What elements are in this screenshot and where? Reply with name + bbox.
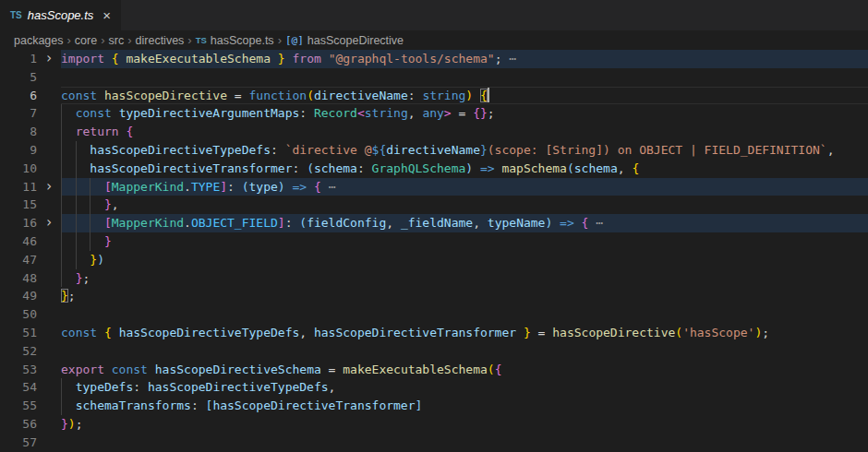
code-line[interactable]: 51const { hasScopeDirectiveTypeDefs, has… xyxy=(0,324,868,342)
indent-guide xyxy=(76,178,77,196)
fold-chevron-icon[interactable]: › xyxy=(37,50,61,68)
code-line[interactable]: 7 const typeDirectiveArgumentMaps: Recor… xyxy=(0,104,868,123)
code-line[interactable]: 56}); xyxy=(0,415,868,434)
line-number: 48 xyxy=(0,269,37,288)
tab-hasscope[interactable]: TS hasScope.ts × xyxy=(0,0,121,30)
breadcrumb-item-core[interactable]: core xyxy=(75,34,97,47)
close-tab-icon[interactable]: × xyxy=(102,8,111,22)
code-token: : xyxy=(357,161,372,175)
code-line[interactable]: 16› [MapperKind.OBJECT_FIELD]: (fieldCon… xyxy=(0,214,868,232)
code-line[interactable]: 50 xyxy=(0,305,868,324)
gutter-spacer xyxy=(37,361,61,379)
code-token: { xyxy=(314,180,321,194)
code-token: [ xyxy=(104,180,112,194)
code-line[interactable]: 46 } xyxy=(0,232,868,251)
indent-guide xyxy=(61,378,62,397)
code-token: , xyxy=(827,143,835,157)
indent-guide xyxy=(61,141,62,160)
code-token: typeDefs xyxy=(76,380,134,394)
code-token: { xyxy=(495,363,502,376)
breadcrumb-item-hasscopedirective[interactable]: [@]hasScopeDirective xyxy=(285,34,404,47)
code-token: import xyxy=(61,52,112,65)
code-line[interactable]: 54 typeDefs: hasScopeDirectiveTypeDefs, xyxy=(0,378,868,397)
line-number: 57 xyxy=(0,434,37,452)
code-line-content: export const hasScopeDirectiveSchema = m… xyxy=(61,361,868,379)
indent-guide xyxy=(61,397,62,415)
line-number: 51 xyxy=(0,324,37,342)
code-token: ( xyxy=(299,216,307,230)
code-token: ) xyxy=(465,161,473,175)
breadcrumb-label: hasScopeDirective xyxy=(307,34,404,47)
code-token: : xyxy=(285,216,300,230)
code-line[interactable]: 8 return { xyxy=(0,123,868,141)
code-token: } xyxy=(61,417,68,431)
line-number: 55 xyxy=(0,397,37,415)
gutter-spacer xyxy=(37,104,61,123)
code-line[interactable]: 48 }; xyxy=(0,269,868,288)
code-line[interactable]: 6const hasScopeDirective = function(dire… xyxy=(0,87,868,105)
code-line[interactable]: 55 schemaTransforms: [hasScopeDirectiveT… xyxy=(0,397,868,415)
code-line-content: const typeDirectiveArgumentMaps: Record<… xyxy=(61,104,868,123)
code-token: ; xyxy=(68,289,76,303)
code-token: } xyxy=(480,143,488,157)
code-token: => xyxy=(473,161,501,175)
code-line[interactable]: 57 xyxy=(0,434,868,452)
code-token: ; xyxy=(488,106,495,120)
code-token: makeExecutableSchema xyxy=(126,52,271,65)
indent-guide xyxy=(76,196,77,214)
breadcrumb-separator-icon: › xyxy=(127,33,131,47)
code-line[interactable]: 1›import { makeExecutableSchema } from "… xyxy=(0,50,868,68)
code-token: hasScopeDirectiveTypeDefs xyxy=(119,326,300,339)
indent-guide xyxy=(90,196,90,214)
line-gutter: 50 xyxy=(0,305,61,324)
code-line[interactable]: 49}; xyxy=(0,287,868,305)
code-token: } xyxy=(61,289,68,303)
code-line[interactable]: 9 hasScopeDirectiveTypeDefs: `directive … xyxy=(0,141,868,160)
editor-lines: 1›import { makeExecutableSchema } from "… xyxy=(0,50,868,452)
breadcrumb-item-src[interactable]: src xyxy=(109,34,125,47)
code-token: const xyxy=(61,89,104,102)
code-line-content: } xyxy=(61,232,868,251)
code-token: directiveName xyxy=(314,89,408,102)
code-line[interactable]: 11› [MapperKind.TYPE]: (type) => { ⋯ xyxy=(0,178,868,196)
code-line[interactable]: 15 }, xyxy=(0,196,868,214)
breadcrumb-item-packages[interactable]: packages xyxy=(14,34,64,47)
code-token: , xyxy=(408,106,423,120)
code-token: : xyxy=(271,143,285,157)
code-line[interactable]: 10 hasScopeDirectiveTransformer: (schema… xyxy=(0,160,868,178)
breadcrumb-label: packages xyxy=(14,34,64,47)
fold-chevron-icon[interactable]: › xyxy=(37,178,61,196)
line-number: 10 xyxy=(0,160,37,178)
code-editor[interactable]: 1›import { makeExecutableSchema } from "… xyxy=(0,50,868,452)
code-token: "@graphql-tools/schema" xyxy=(329,52,495,65)
gutter-spacer xyxy=(37,378,61,397)
indent-guide xyxy=(76,141,77,160)
code-token: } xyxy=(516,326,531,339)
code-token: makeExecutableSchema xyxy=(343,363,488,376)
code-line-content xyxy=(61,305,868,324)
breadcrumb-separator-icon: › xyxy=(101,33,104,47)
breadcrumb-item-directives[interactable]: directives xyxy=(136,34,185,47)
breadcrumb-label: directives xyxy=(136,34,185,47)
line-number: 47 xyxy=(0,251,37,269)
indent-guide xyxy=(61,214,62,232)
fold-chevron-icon[interactable]: › xyxy=(37,214,61,232)
gutter-spacer xyxy=(37,269,61,288)
code-line-content: [MapperKind.TYPE]: (type) => { ⋯ xyxy=(61,178,868,196)
code-token: , xyxy=(112,197,119,211)
line-gutter: 1› xyxy=(0,50,61,68)
code-token: } xyxy=(104,197,112,211)
code-line[interactable]: 53export const hasScopeDirectiveSchema =… xyxy=(0,361,868,379)
code-token: `directive @ xyxy=(285,143,372,157)
line-gutter: 53 xyxy=(0,361,61,379)
code-line[interactable]: 47 }) xyxy=(0,251,868,269)
breadcrumb-item-hasscope-ts[interactable]: TShasScope.ts xyxy=(196,34,274,47)
code-line[interactable]: 52 xyxy=(0,342,868,361)
gutter-spacer xyxy=(37,123,61,141)
code-line[interactable]: 5 xyxy=(0,68,868,87)
code-line-content: }); xyxy=(61,415,868,434)
line-number: 5 xyxy=(0,68,37,87)
code-line-content: const hasScopeDirective = function(direc… xyxy=(61,87,868,105)
code-token: : xyxy=(227,180,242,194)
line-gutter: 16› xyxy=(0,214,61,232)
